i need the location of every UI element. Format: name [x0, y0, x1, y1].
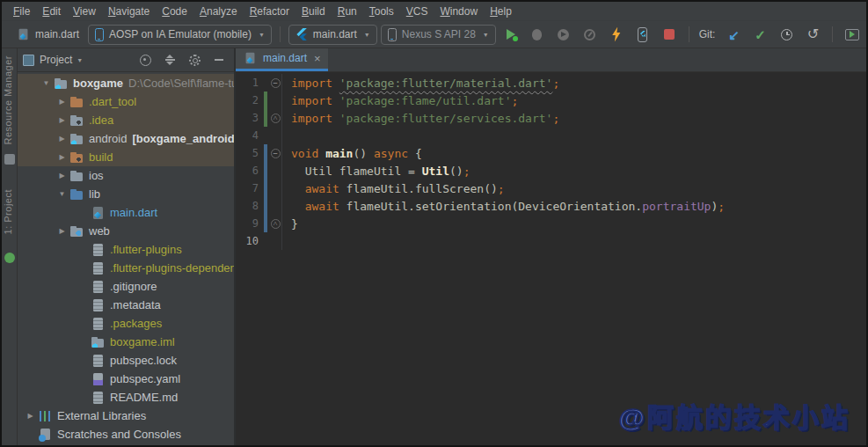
run-button[interactable] — [500, 24, 522, 45]
device-selector[interactable]: AOSP on IA Emulator (mobile) ▼ — [88, 25, 272, 45]
chevron-collapsed-icon[interactable]: ▶ — [55, 172, 69, 180]
chevron-collapsed-icon[interactable]: ▶ — [55, 227, 69, 235]
menu-edit[interactable]: Edit — [36, 4, 67, 19]
menu-bar: FileEditViewNavigateCodeAnalyzeRefactorB… — [2, 2, 868, 21]
fold-marker-icon[interactable]: ˄ — [271, 114, 281, 123]
menu-help[interactable]: Help — [484, 4, 518, 19]
stop-button[interactable] — [658, 24, 681, 45]
code-line-1[interactable]: 1−import 'package:flutter/material.dart'… — [236, 74, 868, 92]
profiler-button[interactable] — [552, 24, 575, 45]
hide-panel-button[interactable] — [209, 51, 229, 69]
tree-item-main-dart[interactable]: main.dart — [18, 203, 234, 222]
hot-restart-button[interactable] — [631, 24, 654, 45]
tree-item-boxgame-iml[interactable]: boxgame.iml — [18, 333, 234, 351]
settings-gear-icon — [189, 55, 201, 66]
menu-navigate[interactable]: Navigate — [102, 4, 156, 19]
locate-file-button[interactable] — [135, 51, 155, 69]
rollback-button[interactable]: ↺ — [801, 24, 824, 45]
code-line-7[interactable]: 7 await flameUtil.fullScreen(); — [236, 180, 868, 197]
tree-item-external-libraries[interactable]: ▶External Libraries — [18, 407, 234, 425]
fold-gutter — [269, 197, 282, 215]
tree-item-pubspec-yaml[interactable]: pubspec.yaml — [18, 370, 234, 388]
coverage-button[interactable] — [579, 24, 602, 45]
fold-marker-icon[interactable]: − — [271, 78, 281, 88]
project-tree: ▼boxgameD:\Code\Self\flame-tuto▶.dart_to… — [18, 72, 234, 447]
chevron-collapsed-icon[interactable]: ▶ — [55, 153, 69, 161]
chevron-collapsed-icon[interactable]: ▶ — [55, 116, 69, 124]
code-line-3[interactable]: 3˄import 'package:flutter/services.dart'… — [236, 109, 868, 127]
chevron-collapsed-icon[interactable]: ▶ — [55, 135, 69, 143]
code-text: import 'package:flutter/services.dart'; — [282, 112, 559, 125]
menu-run[interactable]: Run — [332, 4, 363, 19]
chevron-collapsed-icon[interactable]: ▶ — [55, 98, 69, 106]
code-editor[interactable]: 1−import 'package:flutter/material.dart'… — [236, 72, 868, 447]
tree-item--packages[interactable]: .packages — [18, 314, 234, 333]
panel-settings-button[interactable] — [185, 51, 204, 69]
stripe-project[interactable]: 1: Project — [3, 189, 13, 234]
project-view-selector[interactable]: Project ▼ — [40, 54, 83, 66]
fold-gutter — [269, 127, 282, 144]
code-line-10[interactable]: 10 — [236, 232, 868, 250]
target-device-selector[interactable]: Nexus S API 28 ▼ — [381, 25, 496, 45]
menu-refactor[interactable]: Refactor — [244, 4, 295, 19]
resource-manager-icon[interactable] — [4, 154, 15, 165]
tree-item-ios[interactable]: ▶ios — [18, 166, 234, 185]
tree-item-boxgame[interactable]: ▼boxgameD:\Code\Self\flame-tuto — [18, 74, 234, 92]
project-icon[interactable] — [4, 253, 15, 263]
tree-item-web[interactable]: ▶web — [18, 222, 234, 240]
menu-file[interactable]: File — [7, 4, 36, 19]
fold-marker-icon[interactable]: ˄ — [271, 219, 281, 229]
current-file-indicator[interactable]: main.dart — [16, 27, 79, 41]
close-icon[interactable]: × — [314, 53, 321, 64]
chevron-collapsed-icon[interactable]: ▶ — [23, 412, 38, 420]
chevron-expanded-icon[interactable]: ▼ — [39, 79, 54, 87]
run-window-button[interactable] — [841, 24, 864, 45]
code-line-6[interactable]: 6 Util flameUtil = Util(); — [236, 162, 868, 180]
code-line-5[interactable]: 5−void main() async { — [236, 144, 868, 162]
debug-button[interactable] — [526, 24, 549, 45]
tree-item--gitignore[interactable]: .gitignore — [18, 277, 234, 296]
menu-code[interactable]: Code — [156, 4, 193, 19]
code-line-4[interactable]: 4 — [236, 127, 868, 144]
menu-window[interactable]: Window — [434, 4, 484, 19]
git-update-button[interactable]: ↙ — [722, 24, 745, 45]
vcs-change-marker — [264, 144, 267, 162]
tab-main-dart[interactable]: main.dart × — [236, 48, 328, 71]
vcs-gutter — [264, 127, 267, 144]
run-config-selector[interactable]: main.dart ▼ — [288, 25, 377, 45]
line-number: 2 — [236, 94, 264, 106]
menu-build[interactable]: Build — [295, 4, 332, 19]
hot-restart-icon — [638, 27, 647, 42]
fold-marker-icon[interactable]: − — [271, 149, 281, 158]
chevron-expanded-icon[interactable]: ▼ — [55, 190, 69, 198]
code-line-8[interactable]: 8 await flameUtil.setOrientation(DeviceO… — [236, 197, 868, 215]
tree-item--flutter-plugins-dependencies[interactable]: .flutter-plugins-dependencies — [18, 259, 234, 277]
tree-item--metadata[interactable]: .metadata — [18, 296, 234, 314]
menu-vcs[interactable]: VCS — [400, 4, 434, 19]
tree-item-label: External Libraries — [57, 409, 146, 422]
stripe-resource-manager[interactable]: Resource Manager — [3, 55, 13, 145]
folder-icon — [54, 77, 69, 91]
menu-view[interactable]: View — [67, 4, 102, 19]
tree-item--dart-tool[interactable]: ▶.dart_tool — [18, 92, 234, 111]
tree-item-readme-md[interactable]: README.md — [18, 388, 234, 407]
menu-analyze[interactable]: Analyze — [193, 4, 244, 19]
collapse-all-button[interactable] — [160, 51, 179, 69]
menu-tools[interactable]: Tools — [363, 4, 400, 19]
flutter-icon — [295, 28, 308, 40]
chevron-down-icon: ▼ — [483, 32, 489, 38]
tree-item-scratches-and-consoles[interactable]: Scratches and Consoles — [18, 425, 234, 443]
tree-item-lib[interactable]: ▼lib — [18, 185, 234, 203]
project-panel: Project ▼ ▼boxgameD:\Code\Self\flame-tut… — [18, 48, 236, 447]
history-button[interactable] — [775, 24, 798, 45]
tree-item--flutter-plugins[interactable]: .flutter-plugins — [18, 240, 234, 259]
code-line-2[interactable]: 2import 'package:flame/util.dart'; — [236, 92, 868, 109]
tree-item-android[interactable]: ▶android[boxgame_android] — [18, 129, 234, 148]
device-phone-icon — [95, 28, 104, 41]
tree-item--idea[interactable]: ▶.idea — [18, 111, 234, 129]
hot-reload-button[interactable] — [605, 24, 628, 45]
git-commit-button[interactable]: ✓ — [748, 24, 771, 45]
code-line-9[interactable]: 9˄} — [236, 215, 868, 232]
tree-item-build[interactable]: ▶build — [18, 148, 234, 166]
tree-item-pubspec-lock[interactable]: pubspec.lock — [18, 351, 234, 370]
